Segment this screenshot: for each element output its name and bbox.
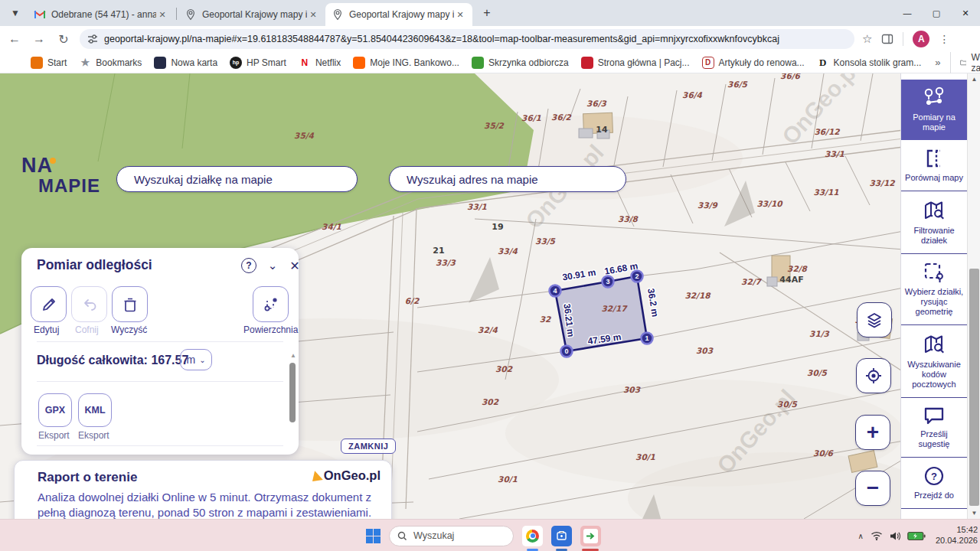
sidebar-item-label: Wyszukiwanie kodów pocztowych: [904, 360, 964, 390]
export-kml-button[interactable]: KML: [78, 393, 112, 427]
zoom-out-button[interactable]: −: [855, 471, 890, 506]
ongeo-map-watermark: OnGeo.pl: [777, 73, 865, 149]
area-measure-button[interactable]: [253, 286, 289, 322]
wifi-icon[interactable]: [871, 531, 883, 540]
scrollbar-thumb[interactable]: [969, 269, 979, 506]
sidebar-item-suggestion[interactable]: Prześlij sugestię: [901, 398, 967, 458]
bookmark-item[interactable]: Moje ING. Bankowo...: [353, 57, 459, 69]
vertex-number: 1: [645, 334, 648, 342]
unit-select[interactable]: m ⌄: [180, 349, 212, 370]
collapse-chevron-icon[interactable]: ⌄: [265, 258, 280, 273]
locate-me-button[interactable]: [856, 358, 891, 393]
taskbar-clock[interactable]: 15:42 20.04.2026: [936, 525, 978, 546]
bookmark-label: Bookmarks: [96, 57, 142, 68]
map-search-icon: [922, 332, 946, 357]
bookmark-favicon: N: [299, 57, 311, 69]
bookmark-item[interactable]: DArtykuły do renowa...: [702, 57, 805, 69]
bookmark-item[interactable]: Skrzynka odbiorcza: [472, 57, 569, 69]
bookmark-item[interactable]: Strona główna | Pacj...: [581, 57, 690, 69]
bookmark-item[interactable]: DKonsola stolik gram...: [817, 57, 922, 69]
bookmark-item[interactable]: ★Bookmarks: [79, 57, 142, 69]
sidebar-item-draw-select[interactable]: Wybierz działki, rysując geometrię: [901, 254, 967, 325]
bookmark-item[interactable]: NNetflix: [299, 57, 341, 69]
parcel-number-label: 31/3: [809, 329, 829, 338]
tab-list-chevron-icon[interactable]: ▼: [5, 2, 26, 24]
back-button[interactable]: ←: [5, 29, 24, 49]
locate-icon: [864, 367, 883, 385]
compare-maps-icon: [923, 147, 946, 170]
taskbar-search[interactable]: Wyszukaj: [389, 526, 514, 546]
layers-icon: [865, 311, 884, 329]
close-measure-tooltip-button[interactable]: ZAMKNIJ: [341, 439, 396, 454]
taskbar-app-icon[interactable]: [551, 526, 572, 546]
forward-button[interactable]: →: [29, 29, 49, 49]
parcel-number-label: 302: [495, 364, 513, 373]
panel-scroll-up-icon[interactable]: ▲: [290, 352, 296, 359]
window-minimize-button[interactable]: —: [893, 0, 922, 26]
bookmark-star-icon[interactable]: ☆: [862, 32, 872, 46]
new-tab-button[interactable]: +: [477, 3, 497, 23]
battery-icon[interactable]: [907, 531, 926, 541]
parcel-number-label: 33/9: [697, 201, 718, 210]
parcel-number-label: 33/4: [498, 246, 518, 256]
clear-button[interactable]: [112, 286, 148, 322]
tab-close-icon[interactable]: ✕: [156, 8, 168, 21]
sidebar-item-compare-maps[interactable]: Porównaj mapy: [901, 140, 967, 191]
help-icon[interactable]: ?: [241, 258, 256, 273]
page-scrollbar[interactable]: ▲ ▼: [967, 73, 980, 519]
parcel-number-label: 33/10: [756, 199, 783, 208]
bookmark-label: HP Smart: [247, 57, 286, 68]
edit-button[interactable]: [31, 286, 67, 322]
url-bar[interactable]: geoportal-krajowy.pl/na-mapie#x=19.61818…: [80, 29, 854, 49]
tab-geoportal-2-active[interactable]: Geoportal Krajowy mapy i infor ✕: [325, 3, 472, 26]
export-gpx-button[interactable]: GPX: [38, 393, 72, 427]
close-panel-icon[interactable]: ✕: [287, 258, 299, 273]
parcel-number-label: 302: [482, 397, 499, 406]
bookmark-favicon: [472, 57, 484, 69]
url-text: geoportal-krajowy.pl/na-mapie#x=19.61818…: [104, 34, 847, 44]
bookmark-item[interactable]: Start: [31, 57, 67, 69]
zoom-in-button[interactable]: +: [855, 415, 890, 450]
bookmark-item[interactable]: hpHP Smart: [230, 57, 286, 69]
tab-close-icon[interactable]: ✕: [307, 8, 319, 21]
bookmark-item[interactable]: Nowa karta: [154, 57, 217, 69]
window-maximize-button[interactable]: ▢: [922, 0, 951, 26]
reload-button[interactable]: ↻: [54, 29, 74, 49]
measurement-layer[interactable]: 32/1730.91 m16.68 m36.2 m47.59 m36.21 m0…: [550, 260, 661, 357]
building-number-label: 14: [596, 125, 608, 135]
layers-button[interactable]: [857, 302, 892, 337]
tab-title: Geoportal Krajowy mapy i infor: [202, 9, 307, 20]
parcel-number-label: 36/4: [682, 90, 702, 99]
side-panel-icon[interactable]: [881, 33, 893, 45]
search-address-button[interactable]: Wyszukaj adres na mapie: [389, 166, 626, 192]
taskbar-active-app-icon[interactable]: [580, 526, 601, 546]
tab-close-icon[interactable]: ✕: [454, 8, 466, 21]
tab-gmail[interactable]: Odebrane (54 471) - anna.klino ✕: [28, 3, 175, 26]
browser-menu-icon[interactable]: ⋮: [939, 33, 949, 45]
sidebar-item-postal-codes[interactable]: Wyszukiwanie kodów pocztowych: [901, 325, 967, 398]
bookmark-label: Moje ING. Bankowo...: [370, 57, 459, 68]
map-search-icon: [922, 198, 946, 223]
window-close-button[interactable]: ✕: [951, 0, 980, 26]
speaker-icon[interactable]: [890, 531, 900, 541]
scroll-up-icon[interactable]: ▲: [968, 73, 980, 85]
sidebar-item-go-to[interactable]: ? Przejdź do: [901, 458, 967, 509]
scroll-down-icon[interactable]: ▼: [968, 507, 980, 519]
map-viewport[interactable]: OnGeo.plOnGeo.plOnGeo.pl 35/435/236/336/…: [0, 73, 980, 519]
profile-avatar[interactable]: A: [913, 31, 929, 47]
search-parcel-button[interactable]: Wyszukaj działkę na mapie: [116, 166, 358, 192]
all-bookmarks-button[interactable]: Wszystkie zakładki: [950, 52, 980, 73]
building-number-label: 21: [433, 246, 444, 256]
bookmarks-overflow-chevron[interactable]: »: [935, 57, 940, 68]
taskbar-chrome-icon[interactable]: [522, 526, 543, 546]
tray-chevron-icon[interactable]: ∧: [858, 532, 864, 540]
parcel-number-label: 30/1: [498, 474, 518, 484]
parcel-number-label: 36/2: [551, 112, 571, 122]
site-settings-icon[interactable]: [87, 34, 98, 44]
tab-geoportal-1[interactable]: Geoportal Krajowy mapy i infor ✕: [178, 3, 325, 26]
clock-date: 20.04.2026: [936, 536, 978, 546]
start-button[interactable]: [366, 529, 381, 543]
sidebar-item-measurements[interactable]: Pomiary na mapie: [901, 80, 967, 140]
panel-scrollbar[interactable]: [289, 363, 296, 422]
sidebar-item-filter-parcels[interactable]: Filtrowanie działek: [901, 191, 967, 254]
